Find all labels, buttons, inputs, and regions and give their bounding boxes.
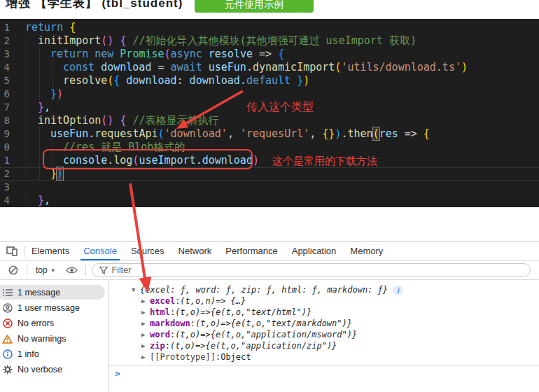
- clear-console-icon[interactable]: [6, 262, 21, 278]
- device-toolbar-icon[interactable]: [0, 241, 24, 260]
- code-token: .: [107, 154, 113, 167]
- indent-guide: [39, 88, 40, 101]
- line-number: 9: [0, 127, 10, 141]
- console-sidebar-item[interactable]: 1 message: [0, 285, 108, 300]
- console-message-row: ▼{excel: ƒ, word: ƒ, zip: ƒ, html: ƒ, ma…: [109, 284, 539, 295]
- property-value: (t,o)=>{e(t,o,"text/markdown")}: [195, 318, 352, 329]
- code-text: return {: [25, 21, 76, 34]
- line-number: 1: [0, 154, 10, 167]
- console-sidebar-item[interactable]: 1 info: [0, 346, 108, 362]
- info-chip-icon[interactable]: i: [393, 286, 402, 295]
- code-token: }: [38, 194, 44, 206]
- indent-guide: [27, 114, 27, 127]
- indent-guide: [27, 101, 27, 114]
- sidebar-item-label: No warnings: [18, 334, 66, 344]
- code-line[interactable]: 3: [0, 181, 539, 194]
- code-line[interactable]: 2initImport() { //初始化导入其他模块(其他增强可通过 useI…: [0, 34, 539, 48]
- indent-guide: [39, 127, 40, 141]
- user-message-icon: [2, 303, 13, 314]
- devtools-tab-sources[interactable]: Sources: [124, 241, 172, 260]
- expand-triangle-icon[interactable]: ▶: [141, 340, 150, 351]
- line-number: 5: [0, 74, 10, 88]
- code-token: 'requesUrl': [240, 127, 309, 140]
- devtools-tab-application[interactable]: Application: [285, 241, 344, 260]
- devtools-tab-performance[interactable]: Performance: [218, 241, 284, 260]
- javascript-context-selector[interactable]: top ▼: [33, 265, 59, 275]
- code-token: //初始化导入其他模块(其他增强可通过 useImport 获取): [132, 34, 416, 47]
- code-token: {}: [322, 127, 335, 140]
- code-token: }: [50, 167, 57, 180]
- expand-triangle-icon[interactable]: ▶: [141, 318, 150, 329]
- code-line[interactable]: 4const download = await useFun.dynamicIm…: [0, 61, 539, 74]
- code-line[interactable]: 6}): [0, 88, 539, 101]
- code-token: download: [202, 154, 253, 167]
- code-token: useFun: [209, 61, 246, 74]
- code-line[interactable]: 1console.log(useImport.download): [0, 154, 539, 167]
- code-token: {: [113, 74, 126, 87]
- code-text: },: [25, 101, 50, 114]
- code-token: resolve: [209, 48, 253, 60]
- indent-guide: [27, 74, 27, 88]
- line-number: 4: [0, 194, 10, 207]
- indent-guide: [27, 167, 27, 181]
- devtools-tab-network[interactable]: Network: [172, 241, 219, 260]
- console-sidebar-item[interactable]: No warnings: [0, 331, 108, 346]
- code-token: .: [246, 61, 253, 74]
- separator: [85, 265, 86, 276]
- expand-triangle-icon[interactable]: ▶: [141, 295, 150, 307]
- expand-triangle-icon[interactable]: ▶: [141, 329, 150, 340]
- devtools-tabs: ElementsConsoleSourcesNetworkPerformance…: [24, 241, 390, 260]
- code-line[interactable]: 5resolve({ download: download.default }): [0, 74, 539, 88]
- console-sidebar-item[interactable]: 1 user message: [0, 300, 108, 316]
- console-sidebar-item[interactable]: No verbose: [0, 362, 108, 377]
- code-text: initImport() { //初始化导入其他模块(其他增强可通过 useIm…: [25, 34, 416, 48]
- code-line[interactable]: 7},: [0, 101, 539, 114]
- code-token: ,: [44, 101, 50, 113]
- console-message-row: ▶word: (t,o)=>{e(t,o,"application/msword…: [109, 329, 539, 340]
- code-token: return: [50, 48, 94, 60]
- line-number: 4: [0, 61, 10, 74]
- console-filter-input[interactable]: Filter: [92, 263, 531, 277]
- console-message-row: ▶[[Prototype]]: Object: [109, 351, 539, 363]
- console-prompt[interactable]: >: [115, 368, 120, 379]
- code-token: console: [63, 154, 107, 167]
- code-token: ): [57, 167, 63, 180]
- screenshot-stage: 增强 【学生表】 (tbl_student) 元件使用示例 1return {2…: [0, 0, 539, 392]
- code-line[interactable]: 2}): [0, 167, 539, 181]
- code-text: console.log(useImport.download): [25, 154, 259, 167]
- devtools-tab-bar: ElementsConsoleSourcesNetworkPerformance…: [0, 241, 539, 261]
- code-line[interactable]: 9useFun.requestApi('download', 'requesUr…: [0, 127, 539, 141]
- code-token: 'utils/download.ts': [341, 61, 461, 74]
- error-icon: [2, 318, 13, 329]
- code-token: :: [177, 74, 183, 87]
- code-editor[interactable]: 1return {2initImport() { //初始化导入其他模块(其他增…: [0, 19, 539, 207]
- property-value: (t,o,n)=> {…}: [180, 295, 246, 307]
- sidebar-item-label: No errors: [18, 318, 54, 328]
- prototype-value: Object: [220, 351, 251, 363]
- code-line[interactable]: 0//res 就是 Blob格式的: [0, 141, 539, 154]
- devtools-tab-elements[interactable]: Elements: [24, 241, 76, 260]
- line-number: 1: [0, 21, 10, 34]
- expand-triangle-icon[interactable]: ▶: [141, 351, 150, 363]
- expand-triangle-icon[interactable]: ▶: [141, 307, 150, 318]
- devtools-tab-console[interactable]: Console: [76, 241, 124, 260]
- indent-guide: [52, 61, 52, 74]
- collapse-triangle-icon[interactable]: ▼: [132, 284, 140, 295]
- console-message-row: ▶excel: (t,o,n)=> {…}: [109, 295, 539, 307]
- code-line[interactable]: 8initOption() { //表格显示前执行: [0, 114, 539, 127]
- devtools-tab-memory[interactable]: Memory: [343, 241, 390, 260]
- console-sidebar-item[interactable]: No errors: [0, 316, 108, 331]
- code-token: download: [183, 74, 240, 87]
- live-expression-eye-icon[interactable]: [64, 262, 80, 278]
- property-key: word: [150, 329, 170, 340]
- key-value-separator: :: [175, 295, 180, 307]
- code-token: dynamicImport: [253, 61, 335, 74]
- code-token: }: [38, 101, 44, 113]
- code-token: initOption: [38, 114, 101, 127]
- property-value: (t,o)=>{e(t,o,"application/zip")}: [170, 340, 337, 351]
- component-usage-example-button[interactable]: 元件使用示例: [195, 0, 314, 13]
- code-line[interactable]: 1return {: [0, 21, 539, 34]
- code-line[interactable]: 4},: [0, 194, 539, 207]
- indent-guide: [39, 48, 40, 61]
- code-line[interactable]: 3return new Promise(async resolve => {: [0, 48, 539, 61]
